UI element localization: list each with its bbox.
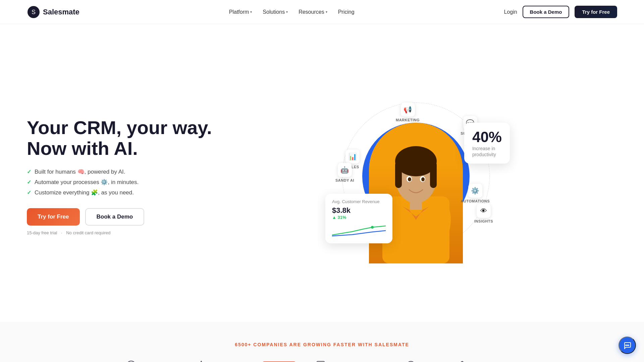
logo-adsterra: ADSTERRA: [197, 361, 242, 362]
revenue-stat-card: Avg. Customer Revenue $3.8k ▲ 31%: [325, 194, 392, 243]
nav-platform[interactable]: Platform ▾: [229, 9, 252, 15]
chevron-down-icon: ▾: [326, 10, 327, 14]
hero-book-demo-button[interactable]: Book a Demo: [85, 208, 145, 226]
diamonds-direct-icon: [458, 361, 467, 362]
marketing-icon: 📢: [401, 103, 415, 117]
sony-music-icon: [126, 361, 136, 362]
check-icon: ✓: [27, 169, 31, 175]
hero-features-list: ✓ Built for humans 🧠, powered by AI. ✓ A…: [27, 168, 215, 196]
chevron-down-icon: ▾: [286, 10, 288, 14]
logo-diamonds-direct: Diamonds Direct: [458, 361, 518, 362]
svg-point-9: [408, 177, 411, 181]
revenue-chart: [332, 223, 386, 238]
hero-buttons: Try for Free Book a Demo: [27, 208, 215, 226]
svg-point-28: [625, 345, 627, 346]
logo-sony: SONY MUSIC: [126, 361, 177, 362]
chevron-down-icon: ▾: [250, 10, 252, 14]
companies-section: 6500+ COMPANIES ARE GROWING FASTER WITH …: [0, 322, 644, 362]
adsterra-icon: [197, 361, 206, 362]
feature-item: ✓ Built for humans 🧠, powered by AI.: [27, 168, 215, 175]
revenue-label: Avg. Customer Revenue: [332, 199, 386, 204]
hero-section: Your CRM, your way. Now with AI. ✓ Built…: [0, 24, 644, 322]
check-icon: ✓: [27, 179, 31, 185]
nav-actions: Login Book a Demo Try for Free: [504, 6, 617, 18]
hero-illustration: 📢 MARKETING 💬 SUPPORT 📊 SALES 🤖 SANDY AI…: [332, 89, 500, 263]
svg-rect-6: [430, 161, 437, 188]
productivity-label: Increase in productivity: [472, 145, 502, 158]
nav-resources[interactable]: Resources ▾: [299, 9, 327, 15]
revenue-amount: $3.8k: [332, 206, 386, 215]
svg-text:S: S: [32, 9, 36, 15]
svg-rect-11: [410, 200, 422, 210]
automations-icon: ⚙️: [468, 184, 482, 198]
sandy-ai-icon: 🤖: [338, 163, 352, 177]
chat-button[interactable]: [619, 337, 636, 354]
hero-title: Your CRM, your way. Now with AI.: [27, 117, 215, 159]
feature-automations: ⚙️ AUTOMATIONS: [461, 184, 490, 203]
companies-heading: 6500+ COMPANIES ARE GROWING FASTER WITH …: [27, 342, 617, 347]
chat-icon: [623, 341, 631, 349]
productivity-pct: 40%: [472, 129, 502, 145]
svg-point-29: [627, 345, 628, 346]
nav-solutions[interactable]: Solutions ▾: [263, 9, 288, 15]
nav-links: Platform ▾ Solutions ▾ Resources ▾ Prici…: [229, 9, 355, 15]
logo-healthbeacon: ●HEALTHBEACON®: [316, 361, 386, 362]
svg-point-16: [371, 226, 374, 229]
feature-marketing: 📢 MARKETING: [396, 103, 420, 122]
logo-text: Salesmate: [43, 8, 79, 16]
svg-point-30: [628, 345, 629, 346]
login-button[interactable]: Login: [504, 9, 517, 15]
try-free-button[interactable]: Try for Free: [575, 6, 617, 18]
hero-content: Your CRM, your way. Now with AI. ✓ Built…: [27, 117, 215, 235]
navbar: S Salesmate Platform ▾ Solutions ▾ Resou…: [0, 0, 644, 24]
sales-icon: 📊: [345, 149, 360, 164]
nav-pricing[interactable]: Pricing: [338, 9, 355, 15]
insights-icon: 👁: [477, 204, 491, 218]
hero-visual: 📢 MARKETING 💬 SUPPORT 📊 SALES 🤖 SANDY AI…: [215, 89, 617, 263]
feature-item: ✓ Customize everything 🧩, as you need.: [27, 189, 215, 196]
feature-insights: 👁 INSIGHTS: [474, 204, 493, 223]
logo-hourly: Hourly: [406, 361, 437, 362]
feature-item: ✓ Automate your processes ⚙️, in minutes…: [27, 179, 215, 186]
hourly-icon: [406, 361, 416, 362]
logo-icon: S: [27, 5, 40, 19]
logo[interactable]: S Salesmate: [27, 5, 79, 19]
revenue-pct: ▲ 31%: [332, 215, 386, 220]
healthbeacon-icon: [316, 361, 325, 362]
hero-try-free-button[interactable]: Try for Free: [27, 208, 80, 226]
feature-sandy-ai: 🤖 SANDY AI: [335, 163, 354, 182]
trial-info: 15-day free trial · No credit card requi…: [27, 230, 215, 235]
check-icon: ✓: [27, 189, 31, 196]
company-logos-row: SONY MUSIC ADSTERRA clevertech ●HEALTHBE…: [27, 361, 617, 362]
book-demo-button[interactable]: Book a Demo: [523, 6, 570, 18]
svg-rect-5: [395, 161, 402, 188]
productivity-stat-card: 40% Increase in productivity: [464, 123, 510, 164]
svg-point-10: [421, 177, 425, 181]
